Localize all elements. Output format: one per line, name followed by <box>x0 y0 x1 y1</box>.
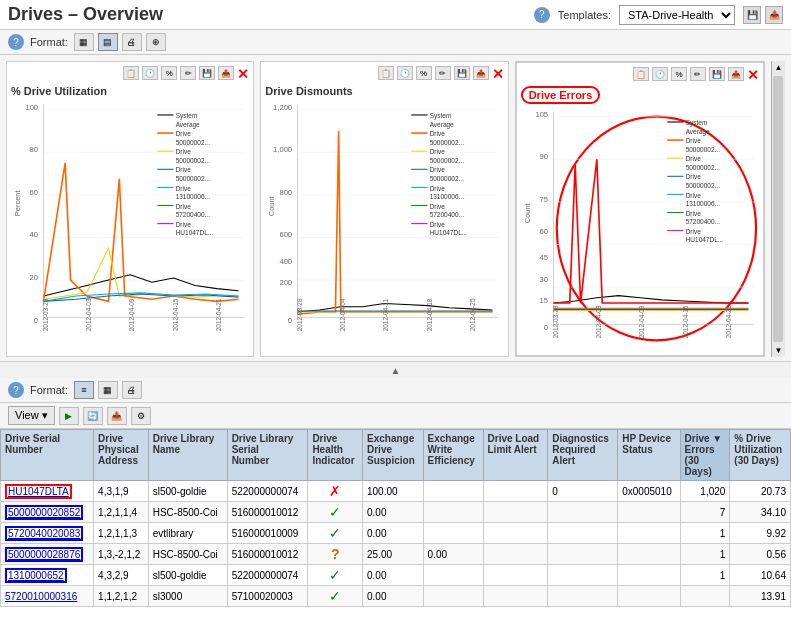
chart-export-icon[interactable]: 📤 <box>218 66 234 80</box>
chart-close-icon[interactable]: ✕ <box>237 66 249 82</box>
drive-serial-link[interactable]: HU1047DLTA <box>5 484 72 499</box>
cell-library-serial: 516000010012 <box>227 502 308 523</box>
svg-text:200: 200 <box>280 278 293 287</box>
svg-text:HU1047DL...: HU1047DL... <box>685 236 723 243</box>
svg-text:20: 20 <box>30 273 38 282</box>
col-diagnostics[interactable]: DiagnosticsRequiredAlert <box>548 430 618 481</box>
col-library-serial[interactable]: Drive LibrarySerialNumber <box>227 430 308 481</box>
chart-time-icon3[interactable]: 🕐 <box>652 67 668 81</box>
chart-errors-title: Drive Errors <box>521 86 601 104</box>
export-icon2[interactable]: 📤 <box>107 407 127 425</box>
drive-serial-link[interactable]: 1310000652 <box>5 568 67 583</box>
chart-close-icon2[interactable]: ✕ <box>492 66 504 82</box>
cell-serial[interactable]: 1310000652 <box>1 565 94 586</box>
chart-time-icon2[interactable]: 🕐 <box>397 66 413 80</box>
col-utilization[interactable]: % DriveUtilization(30 Days) <box>730 430 791 481</box>
chart-time-icon[interactable]: 🕐 <box>142 66 158 80</box>
health-ok-icon: ✓ <box>329 588 341 604</box>
svg-text:Average: Average <box>430 121 454 129</box>
svg-text:50000002...: 50000002... <box>176 139 211 146</box>
cell-serial[interactable]: 5720010000316 <box>1 586 94 607</box>
cell-exchange-suspicion: 0.00 <box>363 502 424 523</box>
chart-copy-icon2[interactable]: 📋 <box>378 66 394 80</box>
col-errors[interactable]: Drive ▼Errors(30Days) <box>680 430 730 481</box>
chart-save-icon2[interactable]: 💾 <box>454 66 470 80</box>
drive-serial-link[interactable]: 5000000028876 <box>5 547 83 562</box>
chart-utilization-body: 100 80 60 40 20 0 Percent <box>11 99 249 344</box>
col-load-alert[interactable]: Drive LoadLimit Alert <box>483 430 548 481</box>
settings-icon[interactable]: ⚙ <box>131 407 151 425</box>
format-add-btn[interactable]: ⊕ <box>146 33 166 51</box>
chart-close-icon3[interactable]: ✕ <box>747 67 759 83</box>
format-print-btn[interactable]: 🖨 <box>122 33 142 51</box>
cell-health: ? <box>308 544 363 565</box>
svg-text:13100006...: 13100006... <box>176 193 211 200</box>
chart-copy-icon3[interactable]: 📋 <box>633 67 649 81</box>
cell-utilization: 0.56 <box>730 544 791 565</box>
health-ok-icon: ✓ <box>329 504 341 520</box>
cell-serial[interactable]: 5000000020852 <box>1 502 94 523</box>
col-library-name[interactable]: Drive LibraryName <box>148 430 227 481</box>
drive-serial-link[interactable]: 5720040020083 <box>5 526 83 541</box>
chart-export-icon2[interactable]: 📤 <box>473 66 489 80</box>
chart-edit-icon2[interactable]: ✏ <box>435 66 451 80</box>
svg-text:30: 30 <box>539 275 547 284</box>
cell-serial[interactable]: HU1047DLTA <box>1 481 94 502</box>
refresh-icon[interactable]: 🔄 <box>83 407 103 425</box>
svg-text:105: 105 <box>535 110 548 119</box>
save-icon[interactable]: 💾 <box>743 6 761 24</box>
chart-percent-icon2[interactable]: % <box>416 66 432 80</box>
chart-save-icon3[interactable]: 💾 <box>709 67 725 81</box>
col-physical[interactable]: DrivePhysicalAddress <box>94 430 149 481</box>
charts-scrollbar[interactable]: ▲ ▼ <box>771 61 785 357</box>
cell-write-efficiency <box>423 502 483 523</box>
chart-percent-icon3[interactable]: % <box>671 67 687 81</box>
help-icon[interactable]: ? <box>534 7 550 23</box>
chart-save-icon[interactable]: 💾 <box>199 66 215 80</box>
cell-library-serial: 57100020003 <box>227 586 308 607</box>
col-write-efficiency[interactable]: ExchangeWriteEfficiency <box>423 430 483 481</box>
lower-list-btn[interactable]: ≡ <box>74 381 94 399</box>
col-exchange-suspicion[interactable]: ExchangeDriveSuspicion <box>363 430 424 481</box>
lower-print-btn[interactable]: 🖨 <box>122 381 142 399</box>
drive-serial-link[interactable]: 5720010000316 <box>5 591 77 602</box>
chart-edit-icon3[interactable]: ✏ <box>690 67 706 81</box>
health-question-icon: ? <box>331 546 340 562</box>
cell-load-alert <box>483 544 548 565</box>
drive-serial-link[interactable]: 5000000020852 <box>5 505 83 520</box>
format-grid-btn[interactable]: ▦ <box>74 33 94 51</box>
view-label: View ▾ <box>15 409 48 422</box>
chart-edit-icon[interactable]: ✏ <box>180 66 196 80</box>
svg-text:0: 0 <box>288 316 292 325</box>
lower-grid-btn[interactable]: ▦ <box>98 381 118 399</box>
format-list-btn[interactable]: ▤ <box>98 33 118 51</box>
svg-text:2012-03-28: 2012-03-28 <box>551 305 558 338</box>
chart-utilization-title: % Drive Utilization <box>11 85 249 97</box>
chart-copy-icon[interactable]: 📋 <box>123 66 139 80</box>
lower-help-icon[interactable]: ? <box>8 382 24 398</box>
play-icon[interactable]: ▶ <box>59 407 79 425</box>
col-serial[interactable]: Drive SerialNumber <box>1 430 94 481</box>
svg-text:2012-04-09: 2012-04-09 <box>128 298 135 331</box>
lower-format-bar: ? Format: ≡ ▦ 🖨 <box>0 378 791 403</box>
svg-text:Drive: Drive <box>685 137 701 144</box>
chart-dismounts-title: Drive Dismounts <box>265 85 503 97</box>
format-help-icon[interactable]: ? <box>8 34 24 50</box>
cell-hp-status <box>618 544 680 565</box>
svg-text:2012-03-28: 2012-03-28 <box>296 298 303 331</box>
col-health[interactable]: DriveHealthIndicator <box>308 430 363 481</box>
svg-text:Drive: Drive <box>176 167 192 174</box>
scroll-arrow-icon[interactable]: ▲ <box>391 365 401 376</box>
template-select[interactable]: STA-Drive-Health <box>619 5 735 25</box>
cell-diagnostics <box>548 544 618 565</box>
svg-text:Drive: Drive <box>685 228 701 235</box>
col-hp-status[interactable]: HP DeviceStatus <box>618 430 680 481</box>
cell-health: ✓ <box>308 565 363 586</box>
chart-export-icon3[interactable]: 📤 <box>728 67 744 81</box>
chart-percent-icon[interactable]: % <box>161 66 177 80</box>
cell-errors: 1 <box>680 544 730 565</box>
view-button[interactable]: View ▾ <box>8 406 55 425</box>
export-icon[interactable]: 📤 <box>765 6 783 24</box>
cell-serial[interactable]: 5720040020083 <box>1 523 94 544</box>
cell-serial[interactable]: 5000000028876 <box>1 544 94 565</box>
